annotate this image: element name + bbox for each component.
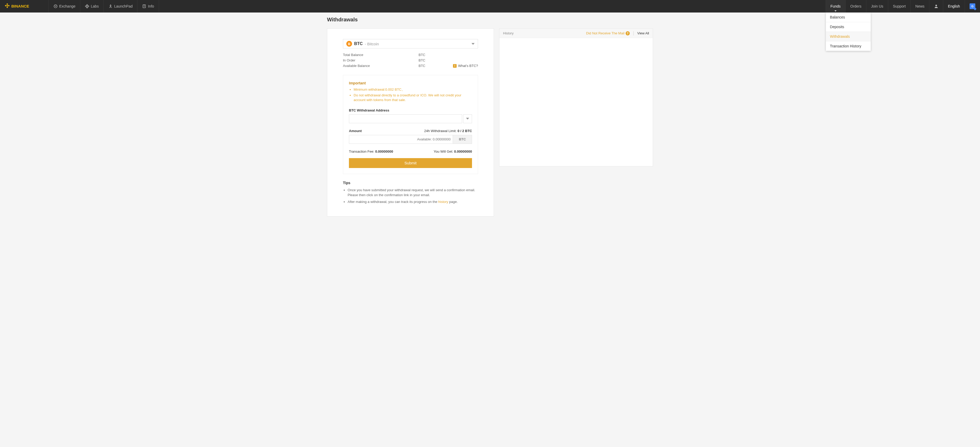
view-all-link[interactable]: View All	[637, 31, 649, 35]
labs-icon	[85, 4, 89, 8]
nav-funds-label: Funds	[830, 4, 841, 8]
inorder-label: In Order	[343, 59, 418, 62]
available-balance-label: Available Balance	[343, 64, 418, 68]
nav-support[interactable]: Support	[888, 0, 910, 13]
nav-exchange[interactable]: Exchange	[49, 0, 80, 13]
nav-info[interactable]: Info	[137, 0, 159, 13]
user-icon	[934, 4, 938, 8]
svg-point-7	[85, 5, 89, 7]
nav-labs-label: Labs	[91, 4, 99, 8]
whats-btc-label: What's BTC?	[458, 64, 478, 68]
page-title: Withdrawals	[327, 16, 653, 24]
withdrawal-limit: 24h Withdrawal Limit: 0 / 2 BTC	[424, 129, 472, 133]
chevron-down-icon	[471, 43, 475, 45]
mail-link-label: Did Not Receive The Mail	[586, 31, 625, 35]
menu-balances[interactable]: Balances	[826, 13, 871, 22]
nav-info-label: Info	[148, 4, 154, 8]
nav-support-label: Support	[893, 4, 906, 8]
important-item: Minimum withdrawal:0.002 BTC。	[353, 87, 472, 92]
nav-labs[interactable]: Labs	[80, 0, 103, 13]
inorder-unit: BTC	[418, 59, 425, 62]
question-icon: ?	[625, 31, 630, 35]
nav-language-label: English	[948, 4, 960, 8]
funds-dropdown: Balances Deposits Withdrawals Transactio…	[826, 13, 871, 51]
launchpad-icon	[108, 4, 113, 8]
nav-exchange-label: Exchange	[59, 4, 75, 8]
svg-text:BINANCE: BINANCE	[11, 4, 29, 8]
nav-translate[interactable]: G	[965, 0, 980, 13]
coin-name: - Bitcoin	[365, 42, 379, 46]
svg-point-8	[86, 5, 88, 8]
available-balance-unit: BTC	[418, 64, 425, 68]
amount-label: Amount	[349, 129, 362, 133]
coin-select[interactable]: B BTC - Bitcoin	[343, 39, 478, 48]
important-item: Do not withdrawal directly to a crowdfun…	[353, 93, 472, 102]
amount-unit: BTC	[453, 135, 472, 144]
coin-symbol: BTC	[354, 41, 363, 46]
info-badge-icon: i	[453, 64, 457, 68]
menu-deposits[interactable]: Deposits	[826, 22, 871, 32]
you-will-get: You Will Get: 0.00000000	[434, 149, 472, 154]
withdraw-card: B BTC - Bitcoin Total BalanceBTC In Orde…	[327, 29, 494, 216]
info-icon	[142, 4, 146, 8]
caret-down-icon	[835, 10, 837, 11]
amount-input[interactable]	[349, 135, 453, 144]
nav-launchpad-label: LaunchPad	[114, 4, 133, 8]
tips-item: Once you have submitted your withdrawal …	[348, 187, 478, 198]
exchange-icon	[54, 4, 57, 8]
total-balance-unit: BTC	[418, 53, 425, 57]
nav-news[interactable]: News	[910, 0, 929, 13]
svg-rect-0	[6, 3, 8, 5]
history-tab[interactable]: History	[503, 31, 514, 35]
address-dropdown-button[interactable]	[463, 114, 472, 123]
withdraw-panel: Important Minimum withdrawal:0.002 BTC。 …	[343, 75, 478, 174]
svg-rect-4	[6, 6, 8, 8]
tips-section: Tips Once you have submitted your withdr…	[343, 181, 478, 204]
submit-button[interactable]: Submit	[349, 158, 472, 168]
transaction-fee: Transaction Fee: 0.00000000	[349, 149, 393, 154]
tips-item: After making a withdrawal, you can track…	[348, 199, 478, 204]
brand-logo[interactable]: BINANCE	[0, 0, 49, 13]
nav-orders[interactable]: Orders	[845, 0, 866, 13]
translate-icon: G	[970, 3, 975, 9]
nav-launchpad[interactable]: LaunchPad	[104, 0, 138, 13]
coin-icon: B	[346, 41, 352, 47]
svg-point-12	[935, 5, 937, 6]
nav-news-label: News	[915, 4, 924, 8]
menu-transaction-history[interactable]: Transaction History	[826, 41, 871, 51]
divider	[633, 31, 634, 35]
address-label: BTC Withdrawal Address	[349, 108, 472, 112]
important-title: Important	[349, 81, 472, 85]
chevron-down-icon	[466, 118, 469, 120]
history-card: History Did Not Receive The Mail ? View …	[499, 29, 653, 166]
withdrawal-address-input[interactable]	[349, 114, 462, 123]
nav-orders-label: Orders	[850, 4, 862, 8]
important-list: Minimum withdrawal:0.002 BTC。 Do not wit…	[349, 87, 472, 103]
svg-rect-3	[6, 5, 8, 6]
svg-rect-2	[8, 5, 10, 6]
menu-withdrawals[interactable]: Withdrawals	[826, 32, 871, 41]
nav-funds[interactable]: Funds Balances Deposits Withdrawals Tran…	[826, 0, 845, 13]
total-balance-label: Total Balance	[343, 53, 418, 57]
did-not-receive-mail-link[interactable]: Did Not Receive The Mail ?	[586, 31, 630, 35]
svg-rect-1	[5, 5, 6, 6]
nav-language[interactable]: English	[943, 0, 965, 13]
nav-joinus-label: Join Us	[871, 4, 883, 8]
nav-joinus[interactable]: Join Us	[866, 0, 888, 13]
nav-account[interactable]	[929, 0, 943, 13]
tips-title: Tips	[343, 181, 478, 185]
history-link[interactable]: history	[438, 200, 448, 204]
